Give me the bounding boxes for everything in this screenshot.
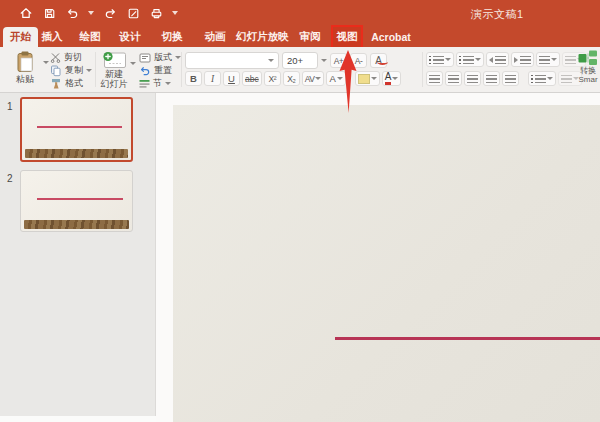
font-size-caret-icon[interactable] <box>321 59 327 62</box>
italic-button[interactable]: I <box>204 71 221 86</box>
format-painter-button[interactable]: 格式 <box>50 77 92 90</box>
align-right-icon <box>467 75 478 83</box>
justify-button[interactable] <box>483 71 500 86</box>
layout-button[interactable]: 版式 <box>139 51 181 64</box>
highlight-caret-icon <box>371 77 377 80</box>
subscript-button[interactable]: X₂ <box>283 71 300 86</box>
tab-slideshow[interactable]: 幻灯片放映 <box>228 27 297 47</box>
align-center-icon <box>448 75 459 83</box>
paste-dropdown-caret-icon[interactable] <box>43 61 49 64</box>
decrease-indent-button[interactable] <box>486 52 509 67</box>
text-direction-button[interactable] <box>528 71 556 86</box>
indent-lines-icon <box>495 56 506 64</box>
align-text-icon <box>561 75 572 83</box>
layout-icon <box>139 53 151 63</box>
increase-font-size-button[interactable]: A+ <box>330 53 347 68</box>
workspace: 1 2 <box>0 93 600 422</box>
tab-insert[interactable]: 插入 <box>40 27 64 47</box>
copy-button[interactable]: 复制 <box>50 64 92 77</box>
distribute-text-icon <box>505 75 516 83</box>
tab-animations[interactable]: 动画 <box>203 27 227 47</box>
outdent-arrow-icon <box>489 57 493 63</box>
line-spacing-caret-icon <box>551 58 557 61</box>
align-left-button[interactable] <box>426 71 443 86</box>
bullets-button[interactable] <box>426 52 454 67</box>
tab-review[interactable]: 审阅 <box>298 27 322 47</box>
new-slide-dropdown-caret-icon[interactable] <box>130 62 136 65</box>
paragraph-controls-row1 <box>426 52 586 67</box>
font-controls-row1: 20+ A+ A- A <box>185 52 387 69</box>
font-color-caret-icon <box>392 77 398 80</box>
font-size-combo[interactable]: 20+ <box>282 52 318 69</box>
save-icon[interactable] <box>42 6 56 20</box>
thumbnail-wood-strip <box>25 149 128 158</box>
highlight-color-button[interactable] <box>355 71 380 86</box>
copy-icon <box>50 65 62 77</box>
list-lines-icon <box>433 56 444 64</box>
clear-formatting-button[interactable]: A <box>370 53 387 68</box>
tab-view[interactable]: 视图 <box>333 27 361 47</box>
tab-transitions[interactable]: 切换 <box>160 27 184 47</box>
group-divider <box>422 52 423 87</box>
superscript-button[interactable]: X² <box>264 71 281 86</box>
print-icon[interactable] <box>149 6 163 20</box>
superscript-label: X² <box>268 74 276 84</box>
tab-draw[interactable]: 绘图 <box>78 27 102 47</box>
justify-icon <box>486 75 497 83</box>
section-dropdown-caret-icon <box>165 82 171 85</box>
align-right-button[interactable] <box>464 71 481 86</box>
highlighter-icon <box>358 74 370 84</box>
redo-icon[interactable] <box>103 6 117 20</box>
character-spacing-caret-icon <box>315 77 321 80</box>
underline-button[interactable]: U <box>223 71 240 86</box>
decrease-font-size-button[interactable]: A- <box>350 53 367 68</box>
font-color-button[interactable]: A <box>382 71 402 86</box>
increase-indent-button[interactable] <box>511 52 534 67</box>
tab-home[interactable]: 开始 <box>3 27 38 47</box>
home-icon[interactable] <box>19 6 33 20</box>
cut-label: 剪切 <box>64 51 82 64</box>
font-name-combo[interactable] <box>185 52 279 69</box>
slide-editing-canvas[interactable] <box>173 105 600 422</box>
reset-button[interactable]: 重置 <box>139 64 181 77</box>
slide-thumbnail-1[interactable] <box>20 97 133 162</box>
bold-button[interactable]: B <box>185 71 202 86</box>
section-button[interactable]: 节 <box>139 77 181 90</box>
tab-design[interactable]: 设计 <box>118 27 142 47</box>
tab-acrobat[interactable]: Acrobat <box>370 27 412 47</box>
align-center-button[interactable] <box>445 71 462 86</box>
copy-label: 复制 <box>65 64 83 77</box>
align-left-icon <box>429 75 440 83</box>
paste-button[interactable]: 粘贴 <box>7 50 43 84</box>
ribbon-home: 粘贴 剪切 复制 格式 <box>0 47 600 93</box>
toolbar-overflow-caret-icon[interactable] <box>172 11 178 15</box>
undo-icon[interactable] <box>65 6 79 20</box>
new-slide-button[interactable]: 新建 幻灯片 <box>97 50 131 90</box>
smartart-label-line1: 转换 <box>580 67 596 75</box>
slides-group: 版式 重置 节 <box>139 51 181 89</box>
undo-dropdown-caret-icon[interactable] <box>88 11 94 15</box>
strikethrough-button[interactable]: abc <box>242 71 262 86</box>
clipboard-icon <box>15 50 35 74</box>
character-spacing-label: AV <box>305 74 315 84</box>
thumbnail-accent-line <box>37 126 122 128</box>
brush-icon <box>50 78 62 90</box>
convert-to-smartart-button[interactable]: 转换 Smar <box>573 50 600 85</box>
clipboard-group: 剪切 复制 格式 <box>50 51 92 89</box>
cut-button[interactable]: 剪切 <box>50 51 92 64</box>
slide-thumbnails-panel: 1 2 <box>0 93 156 422</box>
draw-icon[interactable] <box>126 6 140 20</box>
character-spacing-button[interactable]: AV <box>302 71 325 86</box>
subscript-label: X₂ <box>287 74 295 84</box>
underline-label: U <box>228 73 235 84</box>
numbered-list-icon <box>459 56 461 64</box>
distribute-text-button[interactable] <box>502 71 519 86</box>
new-slide-label-line1: 新建 <box>105 70 123 79</box>
slide-accent-line <box>335 337 600 340</box>
slide-thumbnail-2[interactable] <box>20 170 133 232</box>
numbering-button[interactable] <box>456 52 484 67</box>
line-spacing-button[interactable] <box>536 52 560 67</box>
indent-arrow-icon <box>514 57 518 63</box>
paste-label: 粘贴 <box>16 75 34 84</box>
text-style-button[interactable]: A <box>326 71 345 86</box>
